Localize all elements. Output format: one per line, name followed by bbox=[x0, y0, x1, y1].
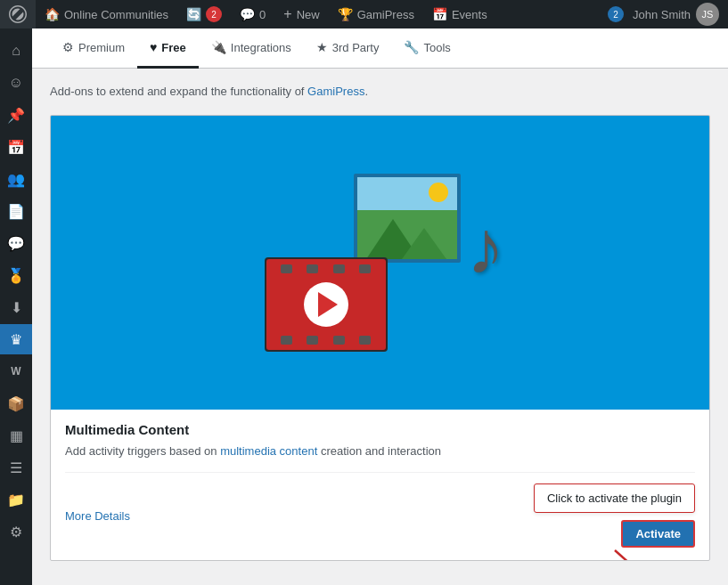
plugin-description: Add activity triggers based on multimedi… bbox=[65, 443, 695, 460]
updates-button[interactable]: 🔄 2 bbox=[177, 0, 231, 28]
page-content: Add-ons to extend and expand the functio… bbox=[32, 69, 728, 585]
sidebar-item-gamipress[interactable]: ♛ bbox=[0, 324, 32, 354]
subtitle: Add-ons to extend and expand the functio… bbox=[50, 83, 710, 101]
tabs-bar: ⚙ Premium ♥ Free 🔌 Integrations ★ 3rd Pa… bbox=[32, 28, 728, 69]
gamipress-link[interactable]: GamiPress bbox=[307, 85, 364, 98]
sidebar-item-dashboard[interactable]: ⌂ bbox=[0, 36, 32, 66]
svg-line-1 bbox=[615, 550, 655, 561]
events-menu[interactable]: 📅 Events bbox=[423, 0, 496, 28]
tab-integrations[interactable]: 🔌 Integrations bbox=[199, 28, 304, 69]
sidebar-item-table[interactable]: ▦ bbox=[0, 420, 32, 451]
film-strip bbox=[266, 259, 386, 350]
sidebar-item-folder[interactable]: 📁 bbox=[0, 484, 32, 515]
avatar: JS bbox=[696, 3, 719, 26]
sidebar-item-awards[interactable]: 🏅 bbox=[0, 260, 32, 290]
activate-button[interactable]: Activate bbox=[621, 520, 695, 548]
callout-box: Click to activate the plugin bbox=[534, 483, 695, 513]
plugin-banner: ♪ bbox=[51, 116, 709, 410]
music-note-icon: ♪ bbox=[467, 209, 505, 285]
multimedia-link[interactable]: multimedia content bbox=[220, 444, 317, 458]
sun-icon bbox=[429, 183, 448, 202]
sidebar-item-settings[interactable]: ⚙ bbox=[0, 516, 32, 547]
admin-bar: 🏠 Online Communities 🔄 2 💬 0 + New 🏆 Gam… bbox=[0, 0, 728, 28]
plugin-name: Multimedia Content bbox=[65, 422, 695, 437]
sidebar-item-profile[interactable]: ☺ bbox=[0, 68, 32, 98]
sidebar-item-comments[interactable]: 💬 bbox=[0, 228, 32, 258]
sidebar-item-calendar[interactable]: 📅 bbox=[0, 132, 32, 162]
notification-badge: 2 bbox=[608, 6, 624, 22]
sidebar-item-download[interactable]: ⬇ bbox=[0, 292, 32, 322]
comments-button[interactable]: 💬 0 bbox=[231, 0, 274, 28]
star-icon: ★ bbox=[316, 40, 328, 54]
plugin-card-footer: Multimedia Content Add activity triggers… bbox=[51, 410, 709, 561]
new-button[interactable]: + New bbox=[274, 0, 328, 28]
user-menu[interactable]: 2 John Smith JS bbox=[599, 3, 728, 26]
free-icon: ♥ bbox=[150, 40, 157, 54]
mountain2-icon bbox=[402, 228, 446, 259]
gamipress-menu[interactable]: 🏆 GamiPress bbox=[329, 0, 423, 28]
sidebar-item-list[interactable]: ☰ bbox=[0, 452, 32, 483]
wp-logo[interactable] bbox=[0, 0, 36, 28]
site-name[interactable]: 🏠 Online Communities bbox=[36, 0, 177, 28]
sidebar-item-box[interactable]: 📦 bbox=[0, 388, 32, 418]
tab-3rd-party[interactable]: ★ 3rd Party bbox=[304, 28, 392, 69]
premium-icon: ⚙ bbox=[62, 40, 74, 54]
sidebar-item-groups[interactable]: 👥 bbox=[0, 164, 32, 194]
callout-container: Click to activate the plugin bbox=[534, 483, 695, 548]
photo-frame bbox=[354, 174, 461, 263]
plugin-card: ♪ bbox=[50, 115, 710, 562]
play-button[interactable] bbox=[304, 282, 348, 327]
sidebar-item-woo[interactable]: W bbox=[0, 356, 32, 386]
sidebar-item-pin[interactable]: 📌 bbox=[0, 100, 32, 130]
sidebar-item-pages[interactable]: 📄 bbox=[0, 196, 32, 226]
callout-arrow bbox=[597, 546, 668, 561]
updates-count: 2 bbox=[206, 6, 222, 22]
media-illustration: ♪ bbox=[256, 165, 505, 361]
tools-icon: 🔧 bbox=[404, 40, 419, 54]
tab-free[interactable]: ♥ Free bbox=[137, 28, 199, 69]
more-details-link[interactable]: More Details bbox=[65, 509, 130, 523]
tab-tools[interactable]: 🔧 Tools bbox=[391, 28, 462, 69]
integrations-icon: 🔌 bbox=[211, 40, 226, 54]
tab-premium[interactable]: ⚙ Premium bbox=[50, 28, 137, 69]
plugin-actions: More Details Click to activate the plugi… bbox=[65, 472, 695, 548]
sidebar: ⌂ ☺ 📌 📅 👥 📄 💬 🏅 ⬇ ♛ W 📦 ▦ ☰ 📁 ⚙ bbox=[0, 28, 32, 585]
